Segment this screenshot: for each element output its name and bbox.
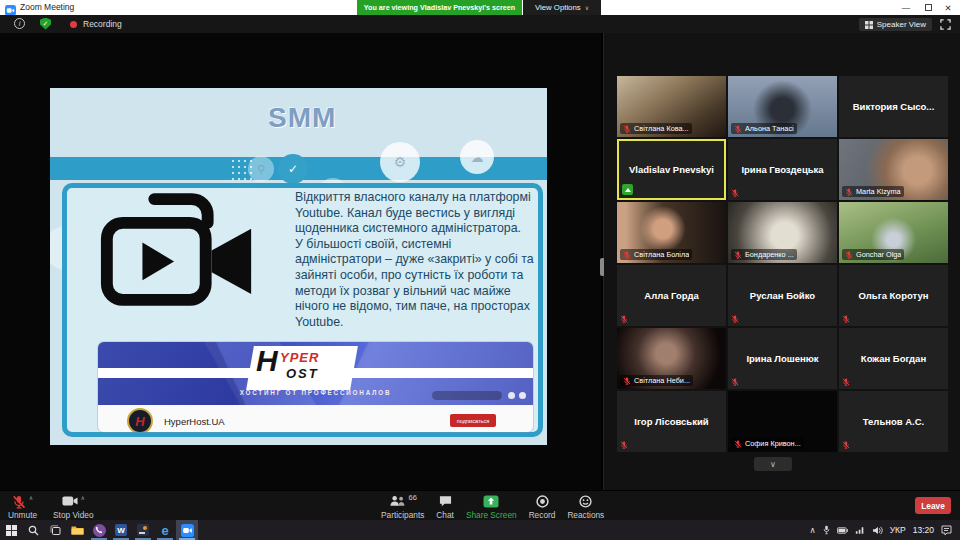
stop-video-button[interactable]: ∧ Stop Video (53, 491, 93, 520)
participant-tile[interactable]: Виктория Сысо... (839, 76, 948, 137)
zoom-meeting-window: Zoom Meeting You are viewing Vladislav P… (0, 0, 960, 540)
muted-mic-icon (842, 441, 850, 449)
unmute-button[interactable]: ∧ Unmute (8, 491, 37, 520)
participant-label (842, 315, 850, 323)
record-button[interactable]: Record (529, 491, 556, 520)
reactions-button[interactable]: Reactions (567, 491, 604, 520)
participant-name: Виктория Сысо... (839, 76, 948, 137)
chevron-up-icon[interactable]: ∧ (29, 495, 33, 501)
grid-view-icon (865, 21, 873, 29)
subscribe-button: подписаться (450, 414, 496, 427)
participant-name: Бондаренко ... (745, 250, 794, 259)
collapse-panel-button[interactable]: ∨ (754, 457, 792, 471)
participant-tile[interactable]: Тельнов А.С. (839, 391, 948, 452)
language-indicator[interactable]: УКР (890, 525, 906, 535)
participant-label (731, 189, 739, 197)
view-options-button[interactable]: View Options ∨ (523, 0, 601, 15)
word-icon[interactable]: W (110, 520, 132, 540)
participant-label: Альона Танасі (731, 123, 797, 134)
muted-mic-icon (620, 315, 628, 323)
participant-tile[interactable]: Vladislav Pnevskyi (617, 139, 726, 200)
edge-icon[interactable]: e (154, 520, 176, 540)
channel-search-bar (432, 391, 502, 400)
participant-name: Gonchar Olga (856, 250, 901, 259)
meeting-info-icon[interactable] (14, 18, 25, 29)
chat-button[interactable]: Chat (436, 491, 454, 520)
muted-mic-icon (845, 188, 853, 196)
participant-label: Бондаренко ... (731, 249, 797, 260)
leave-button[interactable]: Leave (915, 497, 951, 514)
maximize-button[interactable] (918, 0, 938, 15)
participant-tile[interactable]: Gonchar Olga (839, 202, 948, 263)
close-button[interactable]: ✕ (938, 0, 958, 15)
search-button[interactable] (22, 520, 44, 540)
social-icon (508, 392, 515, 399)
windows-taskbar: W e ∧ УКР 13:20 (0, 520, 960, 540)
muted-mic-icon (842, 378, 850, 386)
muted-mic-icon (620, 441, 628, 449)
hyperhost-logo-h: H (256, 346, 278, 376)
participant-label (842, 441, 850, 449)
recording-dot-icon (70, 21, 77, 28)
participant-tile[interactable]: Алла Горда (617, 265, 726, 326)
thumbs-up-icon: ✓ (278, 154, 308, 184)
participant-tile[interactable]: Ірина Лошенюк (728, 328, 837, 389)
social-icon (519, 392, 526, 399)
start-button[interactable] (0, 520, 22, 540)
participant-label: София Кривон... (731, 438, 804, 449)
muted-mic-icon (623, 377, 631, 385)
participants-button[interactable]: 66 Participants (381, 491, 424, 520)
task-view-button[interactable] (44, 520, 66, 540)
network-icon[interactable] (855, 526, 865, 535)
windows-logo-icon (6, 525, 17, 536)
shared-screen-area: SMM ⚲ ✓ @ ⚙ ☁ ↓ ↓ Відк (0, 33, 601, 490)
participant-tile[interactable]: Руслан Бойко (728, 265, 837, 326)
participant-tile[interactable]: Ольга Коротун (839, 265, 948, 326)
participants-panel: Світлана Кова... Альона Танасі Виктория … (604, 33, 960, 490)
fullscreen-icon[interactable] (939, 18, 952, 31)
participant-tile[interactable]: Ігор Лісовський (617, 391, 726, 452)
speaker-icon[interactable] (872, 526, 883, 535)
participant-tile[interactable]: Кожан Богдан (839, 328, 948, 389)
participant-tile[interactable]: Світлана Кова... (617, 76, 726, 137)
folder-icon (71, 525, 84, 535)
chat-bubble-icon (439, 495, 452, 507)
recording-label: Recording (83, 19, 122, 29)
record-icon (536, 495, 549, 508)
muted-mic-icon (731, 189, 739, 197)
meeting-top-bar: Recording Speaker View (0, 15, 960, 33)
participant-tile[interactable]: Marta Kizyma (839, 139, 948, 200)
clock[interactable]: 13:20 (913, 525, 934, 535)
restore-icon (925, 4, 932, 11)
share-screen-button[interactable]: Share Screen (466, 491, 517, 520)
participant-name: Альона Танасі (745, 124, 794, 133)
tray-chevron-icon[interactable]: ∧ (809, 525, 815, 535)
title-bar: Zoom Meeting You are viewing Vladislav P… (0, 0, 960, 15)
participant-tile[interactable]: Світлана Боліла (617, 202, 726, 263)
participant-name: Vladislav Pnevskyi (619, 141, 724, 198)
chevron-up-icon[interactable]: ∧ (81, 495, 85, 501)
channel-name: HyperHost.UA (164, 416, 225, 427)
minimize-button[interactable]: — (896, 0, 916, 15)
task-view-icon (50, 525, 61, 536)
taskbar-app-icon[interactable] (132, 520, 154, 540)
zoom-taskbar-icon[interactable] (176, 520, 198, 540)
participant-label (731, 315, 739, 323)
speaker-view-button[interactable]: Speaker View (859, 18, 932, 31)
battery-icon[interactable] (837, 527, 848, 534)
tray-mic-icon[interactable] (823, 525, 830, 535)
encryption-shield-icon[interactable] (40, 18, 51, 30)
participant-tile[interactable]: Світлана Неби... (617, 328, 726, 389)
file-explorer-icon[interactable] (66, 520, 88, 540)
participant-tile[interactable]: Ірина Гвоздецька (728, 139, 837, 200)
camera-icon (62, 495, 78, 507)
notification-center-icon[interactable] (941, 525, 952, 536)
muted-mic-icon (734, 125, 742, 133)
hyperhost-logo-hyper: YPER (280, 350, 319, 365)
participant-name: Marta Kizyma (856, 187, 901, 196)
viber-icon[interactable] (88, 520, 110, 540)
participant-tile[interactable]: Альона Танасі (728, 76, 837, 137)
participant-tile[interactable]: София Кривон... (728, 391, 837, 452)
slide-content-box: Відкриття власного каналу на платформі Y… (62, 183, 543, 437)
participant-tile[interactable]: Бондаренко ... (728, 202, 837, 263)
